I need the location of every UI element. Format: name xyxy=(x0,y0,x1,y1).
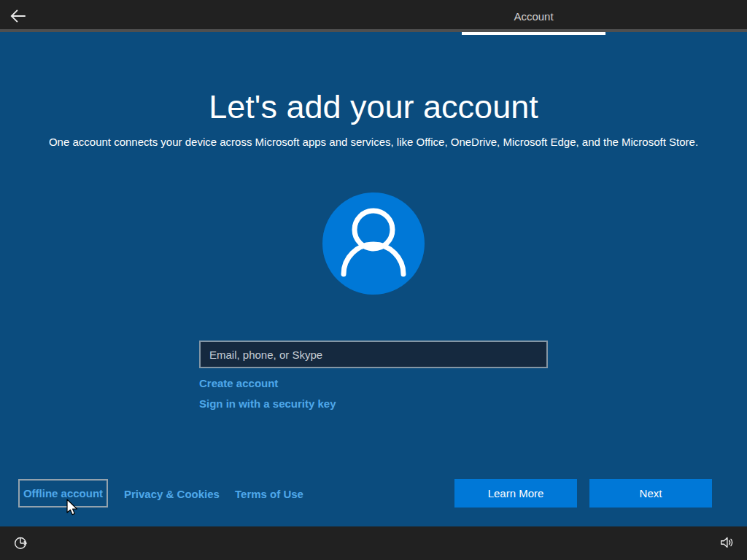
learn-more-button[interactable]: Learn More xyxy=(454,479,577,508)
back-button[interactable] xyxy=(7,7,29,27)
volume-icon xyxy=(719,534,735,553)
next-label: Next xyxy=(640,487,662,499)
security-key-link[interactable]: Sign in with a security key xyxy=(199,397,336,410)
top-bar: Account xyxy=(0,0,747,32)
back-arrow-icon xyxy=(9,7,28,28)
offline-account-label: Offline account xyxy=(23,487,103,499)
volume-button[interactable] xyxy=(715,532,738,555)
learn-more-label: Learn More xyxy=(488,487,544,499)
next-button[interactable]: Next xyxy=(589,479,712,508)
page-title: Let's add your account xyxy=(0,88,747,126)
ease-of-access-button[interactable] xyxy=(9,532,32,555)
ease-of-access-icon xyxy=(12,534,28,553)
privacy-cookies-link[interactable]: Privacy & Cookies xyxy=(124,488,220,500)
tab-account[interactable]: Account xyxy=(462,0,605,32)
account-id-input[interactable] xyxy=(199,341,548,368)
offline-account-button[interactable]: Offline account xyxy=(18,479,108,508)
active-tab-underline xyxy=(462,32,605,35)
oobe-account-screen: { "colors": { "background": "#0b4c7e", "… xyxy=(0,0,747,560)
page-subtitle: One account connects your device across … xyxy=(0,136,747,148)
create-account-link[interactable]: Create account xyxy=(199,377,278,389)
avatar xyxy=(322,192,425,295)
user-avatar-icon xyxy=(322,191,425,296)
terms-of-use-link[interactable]: Terms of Use xyxy=(235,488,303,500)
bottom-bar xyxy=(0,526,747,560)
tab-account-label: Account xyxy=(514,10,553,23)
